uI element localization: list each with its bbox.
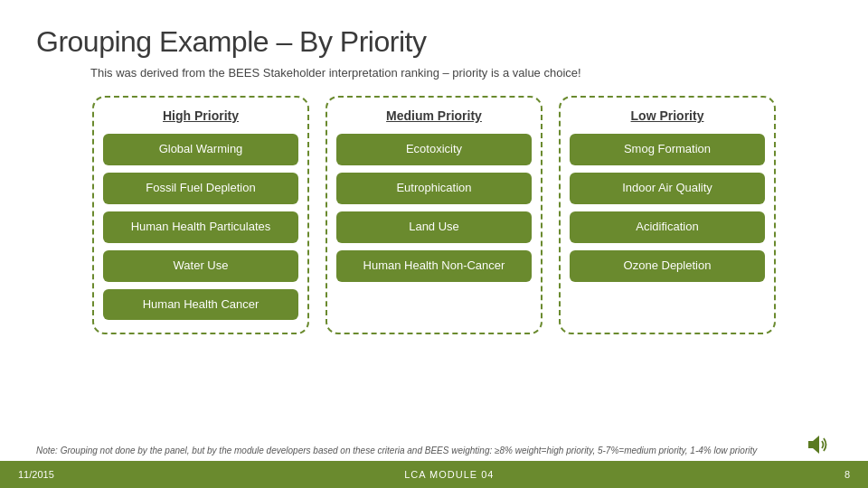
slide: Grouping Example – By Priority This was … (0, 0, 868, 488)
column-low: Low PrioritySmog FormationIndoor Air Qua… (559, 96, 776, 334)
item-human-health-cancer[interactable]: Human Health Cancer (103, 289, 298, 321)
item-ozone-depletion[interactable]: Ozone Depletion (570, 250, 765, 282)
item-fossil-fuel-depletion[interactable]: Fossil Fuel Depletion (103, 173, 298, 204)
footer-bar: 11/2015 LCA MODULE 04 8 (0, 461, 868, 488)
item-eutrophication[interactable]: Eutrophication (336, 173, 532, 204)
item-water-use[interactable]: Water Use (103, 250, 298, 282)
item-land-use[interactable]: Land Use (336, 211, 532, 243)
footer-page: 8 (844, 469, 850, 480)
footer-note: Note: Grouping not done by the panel, bu… (36, 446, 832, 455)
footer-date: 11/2015 (18, 469, 54, 480)
item-smog-formation[interactable]: Smog Formation (570, 134, 765, 165)
item-acidification[interactable]: Acidification (570, 211, 765, 243)
item-indoor-air-quality[interactable]: Indoor Air Quality (570, 173, 765, 204)
col-title-medium: Medium Priority (386, 108, 482, 123)
col-title-high: High Priority (163, 108, 239, 123)
column-medium: Medium PriorityEcotoxicityEutrophication… (326, 96, 542, 334)
footer-center-text: LCA MODULE 04 (404, 469, 494, 480)
item-ecotoxicity[interactable]: Ecotoxicity (336, 134, 532, 165)
item-human-health-particulates[interactable]: Human Health Particulates (103, 211, 298, 243)
svg-marker-0 (808, 436, 819, 454)
columns-container: High PriorityGlobal WarmingFossil Fuel D… (36, 96, 832, 334)
item-global-warming[interactable]: Global Warming (103, 134, 298, 165)
subtitle: This was derived from the BEES Stakehold… (36, 66, 832, 80)
col-title-low: Low Priority (631, 108, 704, 123)
column-high: High PriorityGlobal WarmingFossil Fuel D… (92, 96, 309, 334)
speaker-icon (805, 432, 830, 457)
item-human-health-non-cancer[interactable]: Human Health Non-Cancer (336, 250, 532, 282)
slide-title: Grouping Example – By Priority (36, 25, 832, 59)
